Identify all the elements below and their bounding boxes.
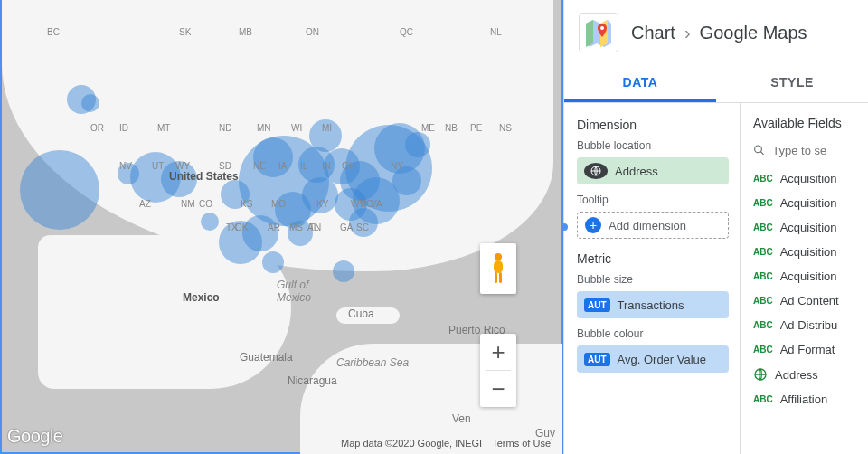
field-row[interactable]: ABCAd Distribu	[750, 313, 868, 337]
bubble-size-heading: Bubble size	[577, 273, 729, 286]
abc-chip: ABC	[753, 222, 773, 232]
plus-icon: +	[585, 217, 601, 233]
field-row[interactable]: ABCAcquisition	[750, 264, 868, 288]
abc-chip: ABC	[753, 271, 773, 281]
map-attribution: Map data ©2020 Google, INEGI Terms of Us…	[334, 437, 558, 449]
zoom-control: + −	[480, 334, 516, 407]
zoom-in-button[interactable]: +	[480, 334, 516, 370]
metric-colour-label: Avg. Order Value	[618, 353, 707, 366]
abc-chip: ABC	[753, 247, 773, 257]
resize-handle-right[interactable]	[561, 223, 568, 231]
field-label: Acquisition	[780, 221, 837, 234]
aut-chip: AUT	[584, 353, 610, 366]
breadcrumb-chart[interactable]: Chart	[631, 23, 675, 43]
map-bubble[interactable]	[288, 221, 313, 246]
field-row[interactable]: ABCAd Format	[750, 337, 868, 362]
svg-rect-1	[494, 260, 503, 273]
svg-rect-2	[495, 272, 497, 283]
dimension-heading: Dimension	[577, 118, 729, 132]
map-bubble[interactable]	[309, 119, 342, 152]
field-row[interactable]: Address	[750, 362, 868, 387]
field-label: Acquisition	[780, 245, 837, 259]
metric-size-label: Transactions	[618, 298, 684, 312]
svg-line-10	[760, 152, 763, 155]
metric-pill-size[interactable]: AUT Transactions	[577, 291, 729, 318]
field-search-input[interactable]	[772, 144, 864, 157]
field-row[interactable]: ABCAcquisition	[750, 240, 868, 264]
field-label: Address	[775, 368, 818, 382]
map-pane: BCSKMBONQCNLORIDMTNDMNWIMINBPENSMENVUTWY…	[0, 0, 563, 454]
available-fields-column: Available Fields ABCAcquisitionABCAcquis…	[741, 103, 868, 454]
abc-chip: ABC	[753, 394, 773, 404]
field-row[interactable]: ABCAcquisition	[750, 191, 868, 215]
map-bubble[interactable]	[201, 213, 219, 231]
abc-chip: ABC	[753, 198, 773, 208]
field-search	[750, 139, 868, 166]
field-label: Acquisition	[780, 172, 837, 185]
abc-chip: ABC	[753, 320, 773, 330]
field-row[interactable]: ABCAd Content	[750, 288, 868, 313]
map-bubble[interactable]	[302, 177, 338, 213]
svg-point-0	[495, 253, 502, 260]
abc-chip: ABC	[753, 174, 773, 184]
globe-icon	[753, 367, 768, 382]
metric-heading: Metric	[577, 251, 729, 266]
zoom-out-button[interactable]: −	[480, 371, 516, 407]
dimension-pill-address[interactable]: Address	[577, 157, 729, 184]
map-bubble[interactable]	[262, 251, 284, 273]
map-canvas[interactable]: BCSKMBONQCNLORIDMTNDMNWIMINBPENSMENVUTWY…	[2, 0, 561, 452]
tooltip-heading: Tooltip	[577, 194, 729, 206]
field-label: Ad Format	[780, 343, 835, 356]
tab-style[interactable]: STYLE	[716, 65, 868, 102]
field-label: Ad Content	[780, 294, 839, 307]
svg-rect-3	[499, 272, 502, 283]
globe-icon	[584, 163, 608, 179]
google-maps-icon	[584, 18, 613, 47]
map-bubble[interactable]	[405, 132, 430, 157]
tab-data[interactable]: DATA	[564, 65, 716, 102]
field-label: Ad Distribu	[780, 318, 838, 332]
add-dimension-label: Add dimension	[609, 219, 686, 232]
map-bubble[interactable]	[392, 166, 421, 195]
field-row[interactable]: ABCAffiliation	[750, 387, 868, 411]
field-label: Affiliation	[780, 393, 828, 406]
attrib-data: Map data ©2020 Google, INEGI	[337, 438, 486, 449]
field-label: Acquisition	[780, 196, 837, 210]
breadcrumb: Chart › Google Maps	[631, 23, 807, 43]
map-bubble[interactable]	[20, 150, 99, 230]
config-column: Dimension Bubble location Address Toolti…	[564, 103, 741, 454]
available-fields-heading: Available Fields	[750, 116, 868, 139]
search-icon	[753, 143, 765, 157]
breadcrumb-current: Google Maps	[700, 23, 807, 43]
chart-type-icon[interactable]	[579, 13, 618, 52]
map-bubble[interactable]	[161, 161, 197, 197]
sidebar-header: Chart › Google Maps	[564, 0, 868, 65]
field-label: Acquisition	[780, 270, 837, 283]
map-bubble[interactable]	[81, 94, 99, 112]
field-row[interactable]: ABCAcquisition	[750, 166, 868, 191]
bubble-colour-heading: Bubble colour	[577, 327, 729, 340]
metric-pill-colour[interactable]: AUT Avg. Order Value	[577, 345, 729, 373]
abc-chip: ABC	[753, 345, 773, 355]
chevron-right-icon: ›	[684, 23, 691, 43]
bubble-location-heading: Bubble location	[577, 139, 729, 152]
add-dimension-button[interactable]: + Add dimension	[577, 212, 729, 239]
svg-marker-5	[586, 20, 593, 47]
tab-bar: DATA STYLE	[564, 65, 868, 103]
field-row[interactable]: ABCAcquisition	[750, 215, 868, 240]
svg-point-7	[600, 26, 604, 30]
aut-chip: AUT	[584, 298, 610, 312]
pegman-icon	[488, 252, 508, 285]
google-logo: Google	[7, 426, 63, 447]
fields-list: ABCAcquisitionABCAcquisitionABCAcquisiti…	[750, 166, 868, 411]
map-selection-border: BCSKMBONQCNLORIDMTNDMNWIMINBPENSMENVUTWY…	[0, 0, 563, 454]
pegman-button[interactable]	[480, 243, 516, 294]
abc-chip: ABC	[753, 296, 773, 306]
attrib-terms[interactable]: Terms of Use	[488, 438, 554, 449]
map-bubble[interactable]	[333, 260, 354, 282]
properties-sidebar: Chart › Google Maps DATA STYLE Dimension…	[563, 0, 868, 454]
svg-point-9	[755, 146, 762, 153]
dimension-label: Address	[615, 165, 658, 178]
